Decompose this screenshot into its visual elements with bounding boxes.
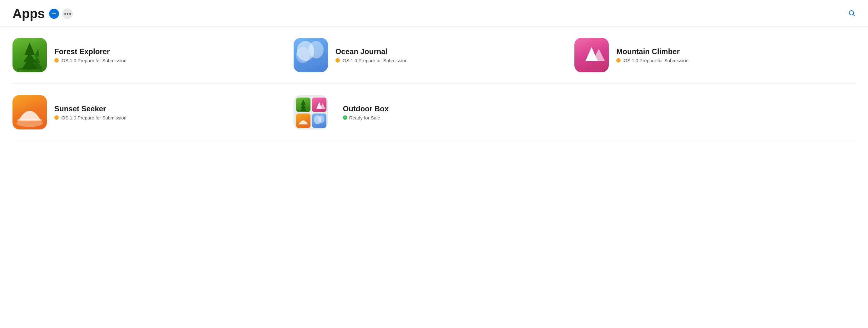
app-icon-sunset-seeker: [12, 95, 47, 130]
svg-point-6: [296, 47, 310, 63]
status-indicator-sunset-seeker: [54, 115, 59, 120]
mini-icon-sunset: [296, 113, 310, 128]
app-status-mountain-climber: iOS 1.0 Prepare for Submission: [616, 58, 688, 63]
app-platform-forest-explorer: iOS 1.0 Prepare for Submission: [61, 58, 126, 63]
app-info-mountain-climber: Mountain Climber iOS 1.0 Prepare for Sub…: [616, 47, 688, 63]
apps-row-2: Sunset Seeker iOS 1.0 Prepare for Submis…: [12, 84, 856, 141]
app-status-outdoor-box: ✓ Ready for Sale: [343, 115, 389, 120]
status-indicator-mountain-climber: [616, 58, 621, 62]
app-icon-mountain-climber: [575, 38, 609, 72]
app-info-outdoor-box: Outdoor Box ✓ Ready for Sale: [343, 104, 389, 120]
app-name-sunset-seeker: Sunset Seeker: [54, 104, 126, 113]
search-button[interactable]: [848, 9, 856, 18]
status-indicator-outdoor-box: ✓: [343, 115, 347, 120]
app-icon-forest-explorer: [12, 38, 47, 72]
apps-grid: Forest Explorer iOS 1.0 Prepare for Subm…: [0, 27, 868, 141]
plus-icon: [52, 11, 57, 16]
apps-row-1: Forest Explorer iOS 1.0 Prepare for Subm…: [12, 27, 856, 84]
more-button[interactable]: [62, 8, 73, 19]
app-item-ocean-journal[interactable]: Ocean Journal iOS 1.0 Prepare for Submis…: [293, 38, 575, 72]
app-status-forest-explorer: iOS 1.0 Prepare for Submission: [54, 58, 126, 63]
svg-marker-12: [300, 100, 307, 111]
page-title: Apps: [12, 6, 45, 21]
app-status-ocean-journal: iOS 1.0 Prepare for Submission: [336, 58, 408, 63]
app-item-mountain-climber[interactable]: Mountain Climber iOS 1.0 Prepare for Sub…: [575, 38, 856, 72]
app-name-ocean-journal: Ocean Journal: [336, 47, 408, 56]
search-icon: [848, 9, 856, 17]
app-status-sunset-seeker: iOS 1.0 Prepare for Submission: [54, 115, 126, 120]
mini-icon-forest: [296, 98, 310, 112]
app-name-forest-explorer: Forest Explorer: [54, 47, 126, 56]
app-icon-outdoor-box: [293, 95, 328, 130]
app-name-mountain-climber: Mountain Climber: [616, 47, 688, 56]
app-platform-mountain-climber: iOS 1.0 Prepare for Submission: [622, 58, 688, 63]
app-info-ocean-journal: Ocean Journal iOS 1.0 Prepare for Submis…: [336, 47, 408, 63]
mini-icon-mountain: [312, 98, 327, 112]
svg-marker-9: [585, 47, 598, 61]
svg-point-11: [17, 119, 43, 127]
status-indicator-ocean-journal: [336, 58, 340, 62]
app-icon-ocean-journal: [293, 38, 328, 72]
ellipsis-icon: [64, 13, 71, 15]
add-button[interactable]: [49, 9, 59, 19]
app-info-forest-explorer: Forest Explorer iOS 1.0 Prepare for Subm…: [54, 47, 126, 63]
app-item-sunset-seeker[interactable]: Sunset Seeker iOS 1.0 Prepare for Submis…: [12, 95, 293, 130]
page-header: Apps: [0, 0, 868, 27]
app-info-sunset-seeker: Sunset Seeker iOS 1.0 Prepare for Submis…: [54, 104, 126, 120]
app-platform-sunset-seeker: iOS 1.0 Prepare for Submission: [61, 115, 126, 120]
svg-point-5: [309, 41, 323, 58]
mini-icon-ocean: [312, 113, 327, 128]
app-platform-ocean-journal: iOS 1.0 Prepare for Submission: [342, 58, 408, 63]
app-item-forest-explorer[interactable]: Forest Explorer iOS 1.0 Prepare for Subm…: [12, 38, 293, 72]
svg-rect-15: [298, 124, 309, 125]
app-item-outdoor-box[interactable]: Outdoor Box ✓ Ready for Sale: [293, 95, 575, 130]
app-name-outdoor-box: Outdoor Box: [343, 104, 389, 113]
svg-point-3: [17, 67, 42, 71]
status-indicator-forest-explorer: [54, 58, 59, 62]
app-status-text-outdoor-box: Ready for Sale: [349, 115, 380, 120]
svg-point-17: [318, 115, 324, 123]
